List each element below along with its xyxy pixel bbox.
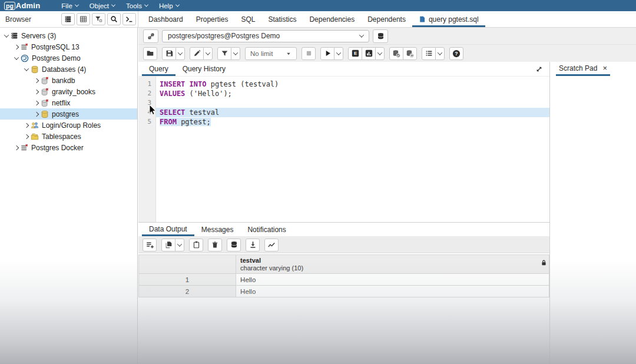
tab-properties[interactable]: Properties bbox=[190, 11, 235, 27]
tree-item-postgres[interactable]: postgres bbox=[0, 108, 137, 120]
scratch-pad-tab[interactable]: Scratch Pad × bbox=[556, 62, 610, 76]
macros-button[interactable] bbox=[422, 47, 436, 60]
edit-options-button[interactable] bbox=[203, 47, 213, 60]
explain-analyze-button[interactable] bbox=[362, 47, 376, 60]
lock-icon bbox=[541, 259, 547, 267]
sql-editor[interactable]: INSERT INTO pgtest (testval)VALUES ('Hel… bbox=[156, 77, 549, 222]
value-cell[interactable]: Hello bbox=[236, 274, 549, 286]
expand-icon[interactable] bbox=[32, 101, 41, 105]
svg-text:E: E bbox=[353, 51, 356, 56]
collapse-icon[interactable] bbox=[22, 68, 31, 71]
explain-options-button[interactable] bbox=[375, 47, 385, 60]
edit-button[interactable] bbox=[190, 47, 204, 60]
tab-statistics[interactable]: Statistics bbox=[261, 11, 303, 27]
tab-query-pgtest-sql[interactable]: query pgtest.sql bbox=[412, 11, 485, 27]
tree-item-netflix[interactable]: netflix bbox=[0, 97, 137, 108]
tree-item-gravity-books[interactable]: gravity_books bbox=[0, 86, 137, 97]
add-row-button[interactable] bbox=[143, 239, 157, 252]
search-objects-button[interactable] bbox=[107, 13, 121, 25]
filter-button[interactable] bbox=[217, 47, 231, 60]
download-csv-button[interactable] bbox=[246, 239, 260, 252]
expand-icon[interactable] bbox=[32, 112, 41, 116]
pen-icon bbox=[193, 49, 201, 57]
tab-dependents[interactable]: Dependents bbox=[361, 11, 412, 27]
filter-settings-button[interactable] bbox=[92, 13, 105, 25]
value-cell[interactable]: Hello bbox=[236, 286, 549, 297]
query-tool-button[interactable] bbox=[122, 13, 136, 25]
connection-bar: postgres/postgres@Postgres Demo bbox=[138, 28, 636, 45]
line-number: 5 bbox=[138, 117, 155, 127]
table-view-button[interactable] bbox=[77, 13, 90, 25]
menu-file[interactable]: File bbox=[61, 2, 78, 9]
server-x-icon bbox=[21, 144, 28, 151]
button-group bbox=[189, 239, 203, 252]
row-number-cell[interactable]: 1 bbox=[139, 274, 236, 286]
cancel-query-button[interactable] bbox=[302, 47, 316, 60]
tab-sql[interactable]: SQL bbox=[234, 11, 261, 27]
tree-item-postgres-docker[interactable]: Postgres Docker bbox=[0, 142, 137, 153]
commit-button[interactable] bbox=[389, 47, 403, 60]
copy-rows-button[interactable] bbox=[161, 239, 175, 252]
graph-visualiser-button[interactable] bbox=[264, 239, 279, 252]
expand-icon[interactable] bbox=[12, 45, 21, 49]
menu-help[interactable]: Help bbox=[159, 2, 179, 9]
connection-status-button[interactable] bbox=[143, 29, 158, 43]
editor-tab-query-history[interactable]: Query History bbox=[175, 62, 233, 76]
paste-rows-button[interactable] bbox=[189, 239, 203, 252]
tree-item-label: Tablespaces bbox=[42, 133, 81, 141]
filter-options-button[interactable] bbox=[231, 47, 240, 60]
expand-icon[interactable] bbox=[22, 135, 31, 138]
menu-object[interactable]: Object bbox=[90, 2, 115, 9]
tree-item-databases-4[interactable]: Databases (4) bbox=[0, 64, 137, 75]
execute-query-button[interactable] bbox=[320, 47, 334, 60]
row-limit-button[interactable]: No limit bbox=[245, 47, 297, 60]
explain-button[interactable]: E bbox=[348, 47, 362, 60]
expand-icon[interactable] bbox=[32, 79, 41, 82]
tree-item-login-group-roles[interactable]: Login/Group Roles bbox=[0, 120, 137, 131]
browser-sidebar: Servers (3)PostgreSQL 13Postgres DemoDat… bbox=[0, 28, 138, 364]
tree-item-tablespaces[interactable]: Tablespaces bbox=[0, 131, 137, 142]
funnel-icon bbox=[221, 49, 228, 57]
help-button[interactable]: ? bbox=[449, 47, 463, 60]
connection-select[interactable]: postgres/postgres@Postgres Demo bbox=[162, 30, 369, 42]
expand-icon[interactable] bbox=[22, 124, 31, 127]
expand-panel-button[interactable] bbox=[534, 64, 544, 74]
close-icon[interactable]: × bbox=[602, 64, 607, 72]
button-group bbox=[320, 47, 343, 60]
new-connection-button[interactable] bbox=[373, 29, 388, 43]
collapse-icon[interactable] bbox=[2, 34, 11, 38]
open-file-button[interactable] bbox=[143, 47, 157, 60]
delete-rows-button[interactable] bbox=[208, 239, 222, 252]
code-token: VALUES bbox=[160, 90, 185, 98]
tree-item-servers-3[interactable]: Servers (3) bbox=[0, 30, 137, 41]
object-explorer-button[interactable] bbox=[61, 13, 75, 25]
save-file-button[interactable] bbox=[162, 47, 176, 60]
rollback-button[interactable] bbox=[403, 47, 417, 60]
output-tab-messages[interactable]: Messages bbox=[194, 223, 241, 236]
code-line-5: FROM pgtest; bbox=[156, 117, 549, 127]
save-options-button[interactable] bbox=[175, 47, 185, 60]
tab-dashboard[interactable]: Dashboard bbox=[142, 11, 190, 27]
tree-item-bankdb[interactable]: bankdb bbox=[0, 75, 137, 86]
save-data-changes-button[interactable] bbox=[227, 239, 241, 252]
tab-dependencies[interactable]: Dependencies bbox=[303, 11, 361, 27]
output-tab-notifications[interactable]: Notifications bbox=[240, 223, 293, 236]
execute-options-button[interactable] bbox=[334, 47, 343, 60]
help-icon: ? bbox=[452, 49, 461, 58]
code-line-2: VALUES ('Hello'); bbox=[156, 89, 549, 98]
copy-options-button[interactable] bbox=[175, 239, 184, 252]
collapse-icon[interactable] bbox=[12, 57, 21, 60]
code-token: ( bbox=[185, 90, 193, 98]
expand-icon[interactable] bbox=[32, 90, 41, 94]
macros-options-button[interactable] bbox=[435, 47, 445, 60]
scratch-pad-title: Scratch Pad bbox=[559, 64, 597, 72]
row-number-cell[interactable]: 2 bbox=[139, 286, 236, 297]
tree-item-postgres-demo[interactable]: Postgres Demo bbox=[0, 52, 137, 64]
expand-icon[interactable] bbox=[12, 146, 21, 150]
column-header-testval[interactable]: testval character varying (10) bbox=[236, 255, 549, 274]
scratch-pad-editor[interactable] bbox=[550, 76, 636, 364]
menu-tools[interactable]: Tools bbox=[126, 2, 148, 9]
editor-tab-query[interactable]: Query bbox=[142, 62, 175, 76]
output-tab-data-output[interactable]: Data Output bbox=[142, 223, 194, 236]
tree-item-postgresql-13[interactable]: PostgreSQL 13 bbox=[0, 41, 137, 52]
